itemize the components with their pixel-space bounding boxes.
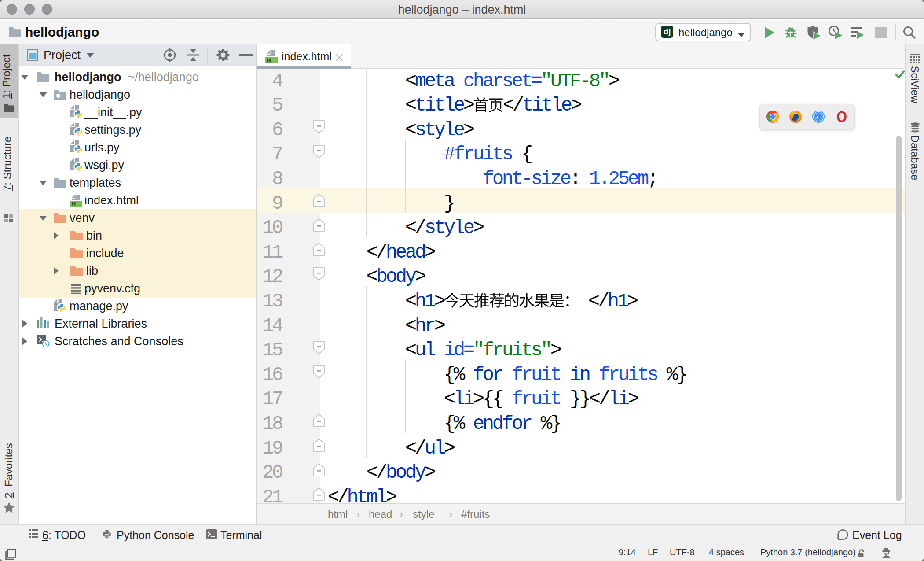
svg-text:dj: dj	[664, 27, 671, 36]
